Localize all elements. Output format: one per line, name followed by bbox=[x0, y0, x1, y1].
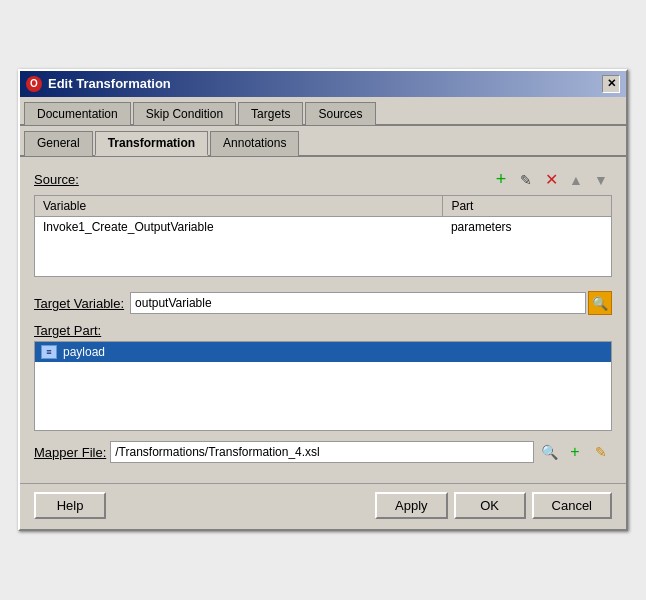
bottom-bar: Help Apply OK Cancel bbox=[20, 483, 626, 529]
arrow-up-icon: ▲ bbox=[569, 172, 583, 188]
col-part: Part bbox=[443, 195, 612, 216]
close-button[interactable]: ✕ bbox=[602, 75, 620, 93]
table-spacer-row bbox=[35, 237, 612, 277]
target-variable-search-button[interactable]: 🔍 bbox=[588, 291, 612, 315]
app-icon: O bbox=[26, 76, 42, 92]
add-source-button[interactable]: + bbox=[490, 169, 512, 191]
mapper-file-label: Mapper File: bbox=[34, 445, 106, 460]
add-icon: + bbox=[570, 443, 579, 461]
cell-variable: Invoke1_Create_OutputVariable bbox=[35, 216, 443, 237]
tab-skip-condition[interactable]: Skip Condition bbox=[133, 102, 236, 125]
tab-targets[interactable]: Targets bbox=[238, 102, 303, 125]
mapper-search-button[interactable]: 🔍 bbox=[538, 441, 560, 463]
list-item[interactable]: ≡ payload bbox=[35, 342, 611, 362]
target-variable-label: Target Variable: bbox=[34, 296, 124, 311]
source-toolbar: + ✎ ✕ ▲ ▼ bbox=[490, 169, 612, 191]
title-bar: O Edit Transformation ✕ bbox=[20, 71, 626, 97]
delete-icon: ✕ bbox=[545, 170, 558, 189]
tab-transformation[interactable]: Transformation bbox=[95, 131, 208, 156]
move-down-button[interactable]: ▼ bbox=[590, 169, 612, 191]
table-row[interactable]: Invoke1_Create_OutputVariable parameters bbox=[35, 216, 612, 237]
search-icon: 🔍 bbox=[541, 444, 558, 460]
add-icon: + bbox=[496, 169, 507, 190]
source-header: Source: + ✎ ✕ ▲ ▼ bbox=[34, 169, 612, 191]
tab-annotations[interactable]: Annotations bbox=[210, 131, 299, 156]
col-variable: Variable bbox=[35, 195, 443, 216]
part-item-label: payload bbox=[63, 345, 105, 359]
part-icon: ≡ bbox=[41, 345, 57, 359]
mapper-file-row: Mapper File: 🔍 + ✎ bbox=[34, 441, 612, 463]
move-up-button[interactable]: ▲ bbox=[565, 169, 587, 191]
cancel-button[interactable]: Cancel bbox=[532, 492, 612, 519]
edit-icon: ✎ bbox=[520, 172, 532, 188]
content-area: Source: + ✎ ✕ ▲ ▼ bbox=[20, 157, 626, 484]
tab-general[interactable]: General bbox=[24, 131, 93, 156]
target-part-list[interactable]: ≡ payload bbox=[34, 341, 612, 431]
target-part-section: Target Part: ≡ payload bbox=[34, 323, 612, 431]
dialog-title: Edit Transformation bbox=[48, 76, 171, 91]
source-table: Variable Part Invoke1_Create_OutputVaria… bbox=[34, 195, 612, 278]
delete-source-button[interactable]: ✕ bbox=[540, 169, 562, 191]
target-part-label: Target Part: bbox=[34, 323, 612, 338]
tab-sources[interactable]: Sources bbox=[305, 102, 375, 125]
source-label: Source: bbox=[34, 172, 79, 187]
target-variable-row: Target Variable: 🔍 bbox=[34, 291, 612, 315]
edit-source-button[interactable]: ✎ bbox=[515, 169, 537, 191]
tabs-row2: General Transformation Annotations bbox=[20, 126, 626, 157]
mapper-add-button[interactable]: + bbox=[564, 441, 586, 463]
help-button[interactable]: Help bbox=[34, 492, 106, 519]
target-variable-input[interactable] bbox=[130, 292, 586, 314]
ok-button[interactable]: OK bbox=[454, 492, 526, 519]
tabs-row1: Documentation Skip Condition Targets Sou… bbox=[20, 97, 626, 126]
search-icon: 🔍 bbox=[592, 296, 608, 311]
mapper-file-input[interactable] bbox=[110, 441, 534, 463]
edit-icon: ✎ bbox=[595, 444, 607, 460]
bottom-right-buttons: Apply OK Cancel bbox=[375, 492, 612, 519]
apply-button[interactable]: Apply bbox=[375, 492, 448, 519]
mapper-edit-button[interactable]: ✎ bbox=[590, 441, 612, 463]
tab-documentation[interactable]: Documentation bbox=[24, 102, 131, 125]
cell-part: parameters bbox=[443, 216, 612, 237]
arrow-down-icon: ▼ bbox=[594, 172, 608, 188]
